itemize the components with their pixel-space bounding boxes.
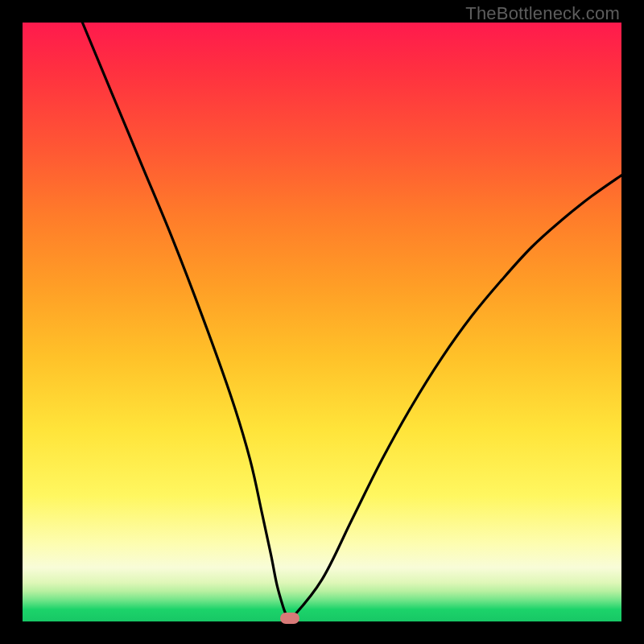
chart-frame [23, 23, 621, 621]
watermark-text: TheBottleneck.com [465, 3, 620, 24]
optimal-point-marker [280, 613, 299, 624]
chart-gradient-background [23, 23, 621, 621]
